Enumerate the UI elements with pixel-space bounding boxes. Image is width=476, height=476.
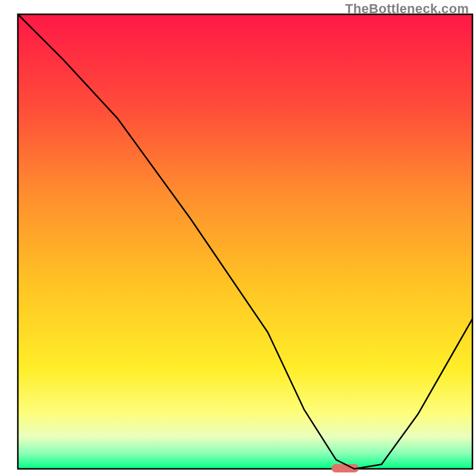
bottleneck-chart [0, 0, 476, 476]
chart-frame: TheBottleneck.com [0, 0, 476, 476]
gradient-background [18, 14, 472, 469]
watermark-label: TheBottleneck.com [345, 1, 469, 17]
